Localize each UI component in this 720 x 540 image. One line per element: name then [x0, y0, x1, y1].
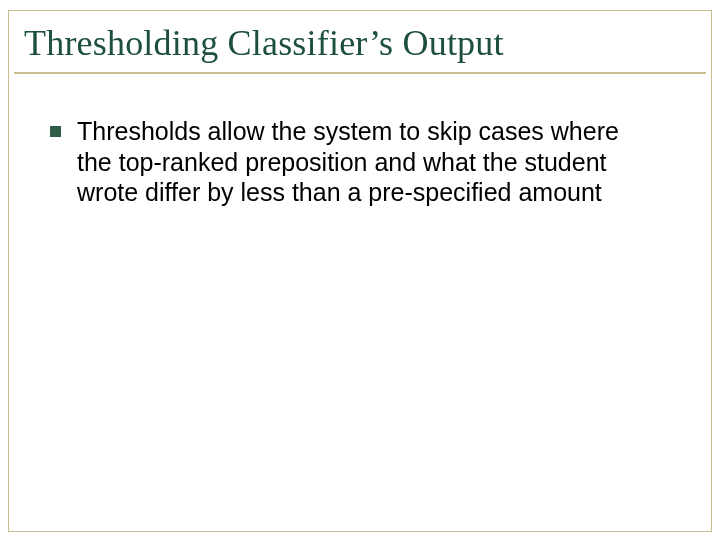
bullet-item: Thresholds allow the system to skip case…: [50, 116, 678, 208]
content-area: Thresholds allow the system to skip case…: [14, 76, 706, 208]
square-bullet-icon: [50, 126, 61, 137]
slide-container: Thresholding Classifier’s Output Thresho…: [0, 0, 720, 540]
title-area: Thresholding Classifier’s Output: [14, 14, 706, 76]
slide-title: Thresholding Classifier’s Output: [24, 22, 514, 64]
title-underline: [14, 72, 706, 74]
bullet-text: Thresholds allow the system to skip case…: [77, 116, 637, 208]
